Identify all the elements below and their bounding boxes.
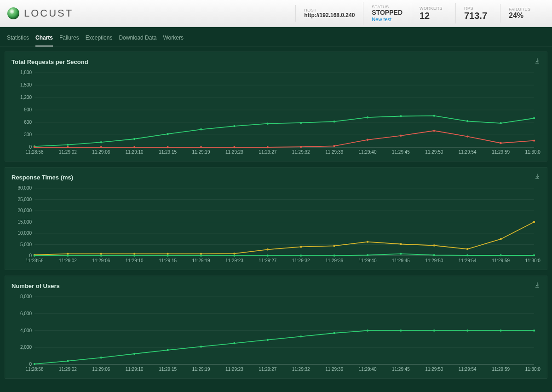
svg-point-35 (167, 133, 168, 135)
svg-point-120 (367, 254, 368, 256)
svg-text:30,000: 30,000 (17, 185, 32, 190)
svg-point-124 (500, 254, 501, 256)
tab-statistics[interactable]: Statistics (7, 32, 29, 46)
svg-text:600: 600 (24, 120, 32, 125)
svg-point-43 (433, 115, 435, 116)
svg-text:11:29:50: 11:29:50 (425, 258, 443, 263)
svg-point-163 (367, 329, 368, 331)
svg-point-56 (333, 145, 335, 147)
svg-text:11:29:10: 11:29:10 (126, 367, 144, 372)
tab-exceptions[interactable]: Exceptions (86, 32, 113, 46)
svg-point-97 (133, 253, 135, 254)
svg-text:11:29:15: 11:29:15 (159, 367, 177, 372)
svg-point-108 (500, 238, 501, 240)
svg-point-96 (100, 253, 102, 254)
svg-text:11:29:32: 11:29:32 (292, 258, 310, 263)
svg-point-157 (167, 349, 168, 351)
svg-text:11:29:40: 11:29:40 (359, 258, 377, 263)
svg-text:11:29:32: 11:29:32 (292, 150, 310, 155)
tab-charts[interactable]: Charts (35, 32, 53, 46)
svg-point-112 (100, 254, 102, 256)
svg-point-158 (200, 346, 202, 347)
svg-point-37 (233, 125, 235, 127)
svg-text:11:29:27: 11:29:27 (259, 367, 276, 372)
svg-text:11:29:27: 11:29:27 (259, 150, 276, 155)
svg-point-119 (333, 254, 335, 256)
svg-text:11:29:40: 11:29:40 (359, 367, 377, 372)
svg-point-161 (300, 335, 302, 337)
host-value: http://192.168.0.240 (304, 12, 355, 18)
svg-text:11:29:23: 11:29:23 (225, 367, 243, 372)
svg-text:11:29:02: 11:29:02 (59, 150, 77, 155)
svg-point-58 (400, 135, 402, 137)
svg-text:11:29:54: 11:29:54 (459, 150, 477, 155)
svg-point-122 (433, 254, 435, 256)
svg-point-49 (100, 146, 102, 148)
svg-point-57 (367, 139, 368, 141)
svg-text:2,000: 2,000 (20, 345, 32, 350)
svg-text:11:29:02: 11:29:02 (59, 367, 77, 372)
status-value: STOPPED (372, 9, 402, 16)
app-name: LOCUST (24, 7, 73, 19)
svg-text:11:29:15: 11:29:15 (159, 150, 177, 155)
svg-point-103 (333, 245, 335, 247)
svg-point-55 (300, 146, 302, 148)
app-logo: LOCUST (7, 7, 73, 19)
svg-point-61 (500, 142, 501, 144)
svg-text:11:29:06: 11:29:06 (92, 150, 110, 155)
new-test-link[interactable]: New test (372, 17, 402, 22)
failures-value: 24% (509, 12, 536, 20)
svg-text:11:30:03: 11:30:03 (525, 150, 540, 155)
failures-block: FAILURES 24% (500, 4, 545, 23)
chart-rps[interactable]: 03006009001,2001,5001,80011:28:5811:29:0… (12, 70, 540, 157)
panel-response-times: Response Times (ms) 05,00010,00015,00020… (5, 167, 547, 270)
svg-text:11:29:54: 11:29:54 (459, 258, 477, 263)
workers-value: 12 (420, 11, 447, 21)
svg-point-33 (100, 141, 102, 143)
svg-text:20,000: 20,000 (17, 208, 32, 213)
svg-point-99 (200, 253, 202, 254)
svg-text:11:29:06: 11:29:06 (92, 367, 110, 372)
svg-point-125 (533, 254, 535, 256)
topbar: LOCUST HOST http://192.168.0.240 STATUS … (0, 0, 552, 27)
rps-block: RPS 713.7 (455, 3, 500, 23)
svg-text:11:28:58: 11:28:58 (26, 367, 44, 372)
svg-point-167 (500, 329, 501, 331)
tab-download-data[interactable]: Download Data (119, 32, 156, 46)
svg-text:11:29:45: 11:29:45 (392, 150, 410, 155)
svg-point-36 (200, 128, 202, 130)
svg-point-40 (333, 121, 335, 122)
rps-label: RPS (464, 6, 492, 11)
svg-text:11:29:36: 11:29:36 (325, 258, 343, 263)
svg-text:4,000: 4,000 (20, 328, 32, 333)
svg-text:11:29:10: 11:29:10 (126, 150, 144, 155)
svg-point-45 (500, 122, 501, 124)
svg-text:11:29:36: 11:29:36 (325, 150, 343, 155)
svg-text:11:29:10: 11:29:10 (126, 258, 144, 263)
content: Total Requests per Second 03006009001,20… (0, 47, 552, 383)
svg-text:1,200: 1,200 (20, 95, 32, 100)
svg-point-44 (466, 120, 468, 122)
svg-point-98 (167, 253, 168, 254)
panel-title-users: Number of Users (12, 282, 540, 289)
svg-text:11:29:19: 11:29:19 (192, 150, 210, 155)
download-icon[interactable] (534, 58, 540, 65)
download-icon[interactable] (534, 282, 540, 289)
svg-text:10,000: 10,000 (17, 231, 32, 236)
svg-point-51 (167, 146, 168, 148)
svg-point-47 (34, 146, 35, 148)
chart-response-times[interactable]: 05,00010,00015,00020,00025,00030,00011:2… (12, 185, 540, 266)
tab-workers[interactable]: Workers (163, 32, 183, 46)
svg-text:8,000: 8,000 (20, 294, 32, 299)
svg-text:11:30:03: 11:30:03 (525, 367, 540, 372)
download-icon[interactable] (534, 173, 540, 181)
svg-text:1,800: 1,800 (20, 70, 32, 75)
chart-users[interactable]: 02,0004,0006,0008,00011:28:5811:29:0211:… (12, 294, 540, 375)
svg-point-101 (267, 248, 269, 250)
svg-point-109 (533, 221, 535, 223)
svg-text:11:28:58: 11:28:58 (26, 150, 44, 155)
tab-failures[interactable]: Failures (59, 32, 79, 46)
svg-point-62 (533, 139, 535, 141)
svg-text:11:29:45: 11:29:45 (392, 367, 410, 372)
svg-text:11:29:19: 11:29:19 (192, 258, 210, 263)
